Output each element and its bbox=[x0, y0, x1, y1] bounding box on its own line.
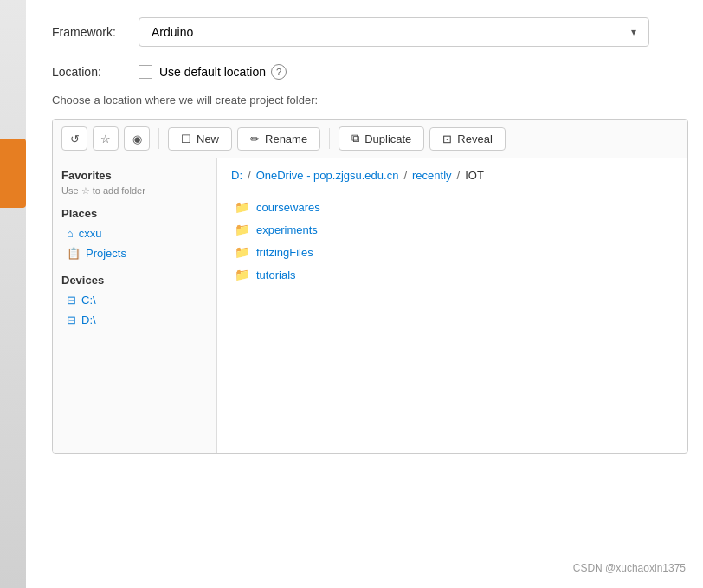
sidebar-item-projects-label: Projects bbox=[86, 247, 126, 260]
breadcrumb-onedrive[interactable]: OneDrive - pop.zjgsu.edu.cn bbox=[256, 169, 399, 182]
framework-label: Framework: bbox=[52, 25, 130, 39]
new-label: New bbox=[197, 132, 219, 145]
toolbar-divider-2 bbox=[329, 128, 330, 149]
choose-location-text: Choose a location where we will create p… bbox=[52, 94, 677, 107]
folder-icon-experiments: 📁 bbox=[235, 223, 249, 236]
duplicate-icon: ⧉ bbox=[352, 132, 359, 145]
star-button[interactable]: ☆ bbox=[93, 126, 119, 151]
file-browser-toolbar: ↺ ☆ ◉ ☐ New ✏ Rename ⧉ Duplicate bbox=[53, 120, 687, 158]
rename-label: Rename bbox=[265, 132, 307, 145]
chevron-down-icon: ▾ bbox=[631, 26, 636, 38]
drive-icon-c: ⊟ bbox=[67, 294, 76, 307]
content-panel: D: / OneDrive - pop.zjgsu.edu.cn / recen… bbox=[217, 158, 687, 453]
breadcrumb: D: / OneDrive - pop.zjgsu.edu.cn / recen… bbox=[231, 169, 674, 182]
folder-icon-projects: 📋 bbox=[67, 247, 81, 260]
home-icon: ⌂ bbox=[67, 227, 74, 240]
duplicate-label: Duplicate bbox=[364, 132, 411, 145]
folder-tutorials[interactable]: 📁 tutorials bbox=[231, 263, 674, 286]
places-title: Places bbox=[61, 207, 208, 220]
refresh-button[interactable]: ↺ bbox=[61, 126, 87, 151]
browser-body: Favorites Use ☆ to add folder Places ⌂ c… bbox=[53, 158, 687, 453]
sidebar-item-c-label: C:\ bbox=[81, 294, 96, 307]
new-button[interactable]: ☐ New bbox=[168, 127, 232, 151]
rename-button[interactable]: ✏ Rename bbox=[237, 127, 320, 151]
folder-icon-fritzingfiles: 📁 bbox=[235, 245, 249, 259]
sidebar-item-c-drive[interactable]: ⊟ C:\ bbox=[61, 290, 208, 310]
left-sidebar-accent bbox=[0, 0, 26, 588]
location-row: Location: Use default location ? bbox=[52, 64, 677, 80]
drive-icon-d: ⊟ bbox=[67, 313, 76, 326]
folder-fritzingfiles[interactable]: 📁 fritzingFiles bbox=[231, 241, 674, 263]
breadcrumb-iot: IOT bbox=[465, 169, 484, 182]
sidebar-item-d-drive[interactable]: ⊟ D:\ bbox=[61, 310, 208, 330]
framework-value: Arduino bbox=[152, 25, 193, 39]
folder-name-tutorials: tutorials bbox=[256, 268, 296, 281]
favorites-title: Favorites bbox=[61, 169, 208, 182]
folder-name-fritzingfiles: fritzingFiles bbox=[256, 246, 313, 259]
reveal-label: Reveal bbox=[457, 132, 492, 145]
duplicate-button[interactable]: ⧉ Duplicate bbox=[339, 126, 424, 151]
reveal-icon: ⊡ bbox=[442, 132, 452, 145]
file-browser: ↺ ☆ ◉ ☐ New ✏ Rename ⧉ Duplicate bbox=[52, 119, 688, 454]
refresh-icon: ↺ bbox=[70, 132, 80, 145]
reveal-button[interactable]: ⊡ Reveal bbox=[429, 127, 505, 151]
folder-coursewares[interactable]: 📁 coursewares bbox=[231, 196, 674, 218]
sidebar-panel: Favorites Use ☆ to add folder Places ⌂ c… bbox=[53, 158, 217, 453]
folder-name-experiments: experiments bbox=[256, 223, 318, 236]
sidebar-item-cxxu-label: cxxu bbox=[79, 227, 102, 240]
breadcrumb-sep-2: / bbox=[403, 169, 407, 182]
places-section: Places ⌂ cxxu 📋 Projects bbox=[61, 207, 208, 263]
framework-row: Framework: Arduino ▾ bbox=[52, 17, 677, 47]
framework-select[interactable]: Arduino ▾ bbox=[139, 17, 649, 47]
use-default-checkbox[interactable] bbox=[139, 65, 152, 79]
new-icon: ☐ bbox=[181, 132, 191, 145]
sidebar-item-projects[interactable]: 📋 Projects bbox=[61, 243, 208, 263]
breadcrumb-d[interactable]: D: bbox=[231, 169, 242, 182]
breadcrumb-recently[interactable]: recently bbox=[412, 169, 452, 182]
favorites-hint: Use ☆ to add folder bbox=[61, 185, 208, 197]
devices-title: Devices bbox=[61, 274, 208, 287]
use-default-label: Use default location bbox=[159, 65, 266, 79]
breadcrumb-sep-3: / bbox=[457, 169, 461, 182]
sidebar-item-d-label: D:\ bbox=[81, 313, 96, 326]
folder-icon-tutorials: 📁 bbox=[235, 268, 249, 281]
main-container: Framework: Arduino ▾ Location: Use defau… bbox=[26, 0, 703, 588]
folder-name-coursewares: coursewares bbox=[256, 201, 320, 214]
toolbar-divider-1 bbox=[158, 128, 159, 149]
folder-experiments[interactable]: 📁 experiments bbox=[231, 218, 674, 241]
folder-icon-coursewares: 📁 bbox=[235, 200, 249, 214]
breadcrumb-sep-1: / bbox=[248, 169, 251, 182]
sidebar-item-cxxu[interactable]: ⌂ cxxu bbox=[61, 223, 208, 243]
rename-icon: ✏ bbox=[250, 132, 260, 145]
orange-accent bbox=[0, 139, 26, 208]
eye-icon: ◉ bbox=[132, 132, 142, 145]
eye-button[interactable]: ◉ bbox=[124, 126, 150, 151]
star-icon: ☆ bbox=[100, 132, 111, 145]
location-label: Location: bbox=[52, 65, 130, 79]
watermark: CSDN @xuchaoxin1375 bbox=[573, 562, 686, 574]
devices-section: Devices ⊟ C:\ ⊟ D:\ bbox=[61, 274, 208, 330]
help-icon[interactable]: ? bbox=[271, 64, 287, 80]
